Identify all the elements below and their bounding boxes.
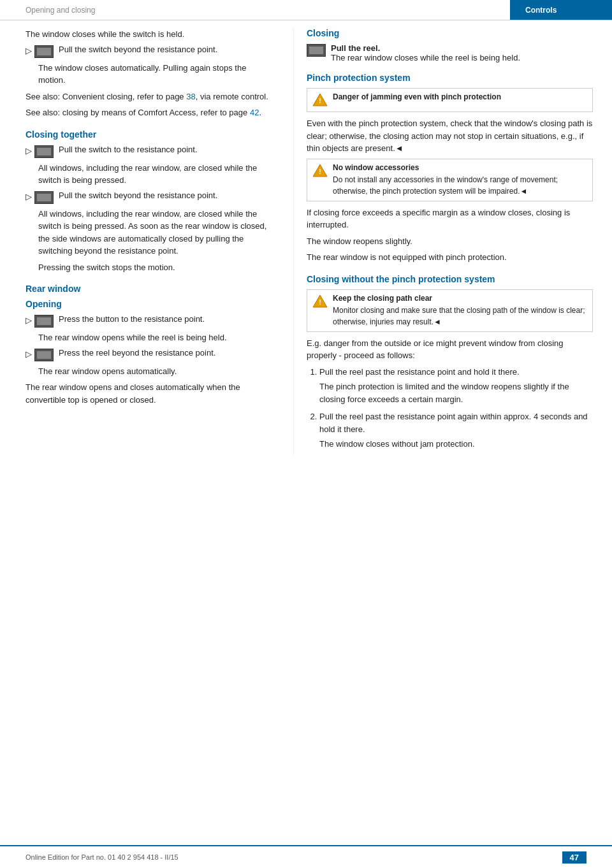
bullet-open-1: ▷	[26, 315, 32, 325]
svg-text:!: !	[319, 168, 321, 175]
reel-icon-open-2	[34, 349, 54, 361]
open-instr-text-2: Press the reel beyond the resistance poi…	[59, 348, 274, 358]
switch-icon-ct2	[34, 191, 54, 204]
header-controls-label: Controls	[525, 6, 557, 15]
pinch-text-3: The window reopens slightly.	[307, 235, 593, 248]
instr-after-ct2a: All windows, including the rear window, …	[26, 208, 274, 257]
pinch-text-2: If closing force exceeds a specific marg…	[307, 206, 593, 231]
bullet-icon-ct2: ▷	[26, 192, 32, 201]
warning-content-2: No window accessories Do not install any…	[333, 163, 587, 197]
instr-text-ct1: Pull the switch to the resistance point.	[59, 145, 274, 154]
left-column: The window closes while the switch is he…	[0, 28, 293, 456]
warning-title-3: Keep the closing path clear	[333, 294, 587, 303]
svg-text:!: !	[319, 298, 321, 306]
closing-without-title: Closing without the pinch protection sys…	[307, 274, 593, 284]
warning-box-3: ! Keep the closing path clear Monitor cl…	[307, 289, 593, 332]
opening-instr-1: ▷ Press the button to the resistance poi…	[26, 314, 274, 328]
warning-box-1: ! Danger of jamming even with pinch prot…	[307, 88, 593, 112]
pinch-protection-title: Pinch protection system	[307, 73, 593, 83]
instruction-after-1: The window closes automatically. Pulling…	[26, 62, 274, 87]
bullet-open-2: ▷	[26, 349, 32, 359]
bullet-icon-ct1: ▷	[26, 146, 32, 156]
header-section-left: Opening and closing	[0, 6, 510, 15]
warning-title-1: Danger of jamming even with pinch protec…	[333, 92, 587, 101]
instr-text-ct2: Pull the switch beyond the resistance po…	[59, 191, 274, 200]
closing-without-text1: E.g. danger from the outside or ice migh…	[307, 337, 593, 362]
warning-text-2: Do not install any accessories in the wi…	[333, 174, 587, 197]
reel-icon-close	[307, 44, 326, 57]
instr-after-ct2b: Pressing the switch stops the motion.	[26, 261, 274, 274]
opening-title: Opening	[26, 299, 274, 309]
warning-content-1: Danger of jamming even with pinch protec…	[333, 92, 587, 103]
warning-content-3: Keep the closing path clear Monitor clos…	[333, 294, 587, 328]
instr-after-ct1: All windows, including the rear window, …	[26, 162, 274, 187]
open-instr-text-1: Press the button to the resistance point…	[59, 314, 274, 324]
warning-text-3: Monitor closing and make sure that the c…	[333, 305, 587, 328]
header-section-title: Opening and closing	[26, 6, 95, 15]
closing-together-title: Closing together	[26, 129, 274, 140]
page-content: The window closes while the switch is he…	[0, 20, 612, 481]
step-1: Pull the reel past the resistance point …	[319, 366, 593, 406]
page-header: Opening and closing Controls	[0, 0, 612, 20]
switch-icon-1	[34, 45, 54, 58]
open-instr-after-1: The rear window opens while the reel is …	[26, 331, 274, 344]
header-section-right: Controls	[510, 0, 612, 20]
opening-instr-2: ▷ Press the reel beyond the resistance p…	[26, 348, 274, 361]
see-also-1-link[interactable]: 38	[186, 92, 195, 101]
step-2: Pull the reel past the resistance point …	[319, 410, 593, 451]
svg-text:!: !	[319, 97, 321, 105]
warning-icon-3: !	[312, 294, 328, 309]
reel-icon-open-1	[34, 315, 54, 328]
closing-title: Closing	[307, 28, 593, 38]
right-column: Closing Pull the reel. The rear window c…	[293, 28, 612, 456]
pinch-text-1: Even with the pinch protection system, c…	[307, 117, 593, 155]
instruction-text-1: Pull the switch beyond the resistance po…	[59, 45, 274, 54]
closing-together-instr-2: ▷ Pull the switch beyond the resistance …	[26, 191, 274, 204]
closing-together-instr-1: ▷ Pull the switch to the resistance poin…	[26, 145, 274, 158]
instruction-row-1: ▷ Pull the switch beyond the resistance …	[26, 45, 274, 58]
footer-text: Online Edition for Part no. 01 40 2 954 …	[26, 853, 178, 861]
warning-icon-1: !	[312, 92, 328, 108]
warning-icon-2: !	[312, 163, 328, 178]
rear-window-title: Rear window	[26, 284, 274, 294]
closing-instr: Pull the reel. The rear window closes wh…	[307, 43, 593, 62]
switch-icon-ct1	[34, 145, 54, 158]
step-1-sub: The pinch protection is limited and the …	[319, 380, 593, 405]
pinch-text-4: The rear window is not equipped with pin…	[307, 251, 593, 264]
step-2-sub: The window closes without jam protection…	[319, 438, 593, 451]
closing-without-steps: Pull the reel past the resistance point …	[307, 366, 593, 451]
footer-page-number: 47	[562, 851, 586, 864]
bullet-icon-1: ▷	[26, 46, 32, 55]
warning-box-2: ! No window accessories Do not install a…	[307, 159, 593, 201]
see-also-1: See also: Convenient closing, refer to p…	[26, 90, 274, 103]
warning-title-2: No window accessories	[333, 163, 587, 172]
closing-note: The rear window opens and closes automat…	[26, 381, 274, 406]
see-also-2: See also: closing by means of Comfort Ac…	[26, 106, 274, 119]
closing-instr-text: Pull the reel. The rear window closes wh…	[331, 43, 593, 62]
page-footer: Online Edition for Part no. 01 40 2 954 …	[0, 845, 612, 868]
intro-text1: The window closes while the switch is he…	[26, 28, 274, 41]
see-also-2-link[interactable]: 42	[250, 108, 259, 117]
open-instr-after-2: The rear window opens automatically.	[26, 365, 274, 378]
